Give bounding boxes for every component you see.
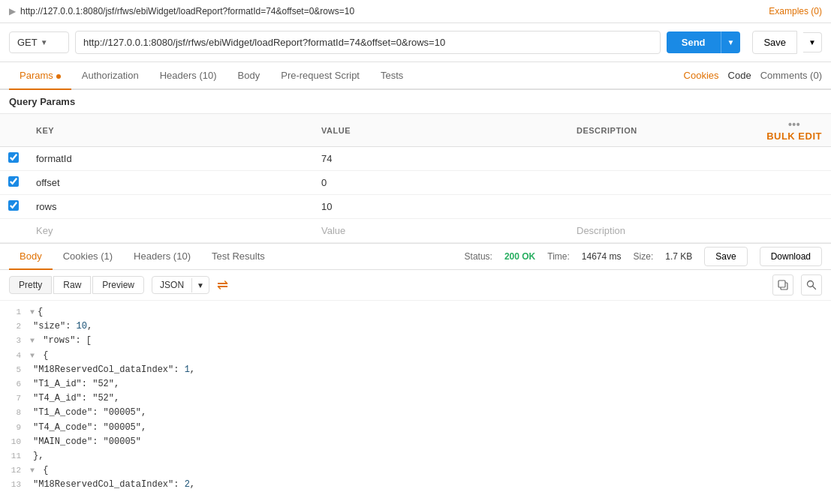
view-preview-button[interactable]: Preview (92, 276, 144, 294)
response-section: Body Cookies (1) Headers (10) Test Resul… (0, 243, 831, 488)
param-value-input[interactable] (318, 200, 562, 214)
time-value: 14674 ms (582, 251, 622, 262)
tab-body[interactable]: Body (227, 62, 271, 90)
code-line: 3 ▼ "rows": [ (0, 334, 831, 348)
line-number: 13 (6, 478, 30, 488)
param-key-input[interactable] (33, 176, 306, 190)
json-format-label[interactable]: JSON (152, 277, 191, 293)
svg-rect-1 (778, 280, 785, 287)
code-arrow-icon: ▼ (30, 308, 35, 316)
query-params-title: Query Params (0, 90, 831, 114)
request-tabs: Params Authorization Headers (10) Body P… (0, 62, 831, 90)
more-options-icon[interactable]: ••• (788, 118, 800, 130)
url-input[interactable] (75, 31, 661, 54)
table-row (0, 219, 831, 243)
code-line: 13 "M18ReservedCol_dataIndex": 2, (0, 478, 831, 488)
code-line: 5 "M18ReservedCol_dataIndex": 1, (0, 363, 831, 377)
param-key-input[interactable] (33, 200, 306, 214)
request-row: GET ▼ Send ▼ Save ▼ (0, 23, 831, 62)
tab-tests[interactable]: Tests (370, 62, 414, 90)
code-line: 6 "T1_A_id": "52", (0, 377, 831, 392)
method-label: GET (17, 37, 38, 48)
code-area: 1 ▼{ 2 "size": 10, 3 ▼ "rows": [ 4 ▼ { 5… (0, 301, 831, 488)
response-tab-body[interactable]: Body (9, 244, 53, 270)
param-value-input[interactable] (318, 176, 562, 190)
line-number: 5 (6, 363, 30, 377)
code-arrow-icon: ▼ (30, 466, 35, 475)
param-value-input[interactable] (318, 152, 562, 166)
line-content: ▼{ (30, 305, 825, 320)
col-header-value: VALUE (312, 114, 568, 147)
line-content: "MAIN_code": "00005" (30, 435, 825, 449)
col-header-key: KEY (27, 114, 312, 147)
param-description-input[interactable] (574, 176, 751, 190)
view-raw-button[interactable]: Raw (53, 276, 91, 294)
param-key-input[interactable] (33, 224, 306, 238)
save-button[interactable]: Save (752, 31, 797, 54)
code-link[interactable]: Code (728, 70, 751, 81)
param-description-cell (568, 195, 757, 219)
wrap-icon[interactable]: ⇌ (217, 277, 228, 293)
param-check-cell (0, 171, 27, 195)
save-dropdown-button[interactable]: ▼ (803, 32, 822, 52)
response-tabs-row: Body Cookies (1) Headers (10) Test Resul… (0, 244, 831, 270)
response-download-button[interactable]: Download (760, 247, 822, 266)
line-content: "T1_A_id": "52", (30, 377, 825, 392)
table-row (0, 147, 831, 171)
param-key-cell (27, 219, 312, 243)
param-value-input[interactable] (318, 224, 562, 238)
json-format-group: JSON ▼ (152, 276, 209, 294)
param-checkbox[interactable] (8, 176, 19, 187)
param-action-cell (757, 147, 831, 171)
param-action-cell (757, 195, 831, 219)
response-save-button[interactable]: Save (704, 247, 747, 266)
search-icon[interactable] (801, 274, 822, 296)
comments-link[interactable]: Comments (0) (760, 70, 822, 81)
status-value: 200 OK (504, 251, 535, 262)
method-select[interactable]: GET ▼ (9, 32, 69, 53)
param-key-cell (27, 147, 312, 171)
response-tabs-left: Body Cookies (1) Headers (10) Test Resul… (9, 244, 275, 269)
nav-arrow: ▶ (9, 6, 16, 16)
send-dropdown-button[interactable]: ▼ (721, 32, 741, 53)
view-pretty-button[interactable]: Pretty (9, 276, 52, 294)
code-line: 9 "T4_A_code": "00005", (0, 421, 831, 435)
param-value-cell (312, 147, 568, 171)
response-tab-cookies[interactable]: Cookies (1) (53, 244, 123, 270)
line-content: ▼ "rows": [ (30, 334, 825, 348)
line-content: ▼ { (30, 349, 825, 363)
col-header-description: DESCRIPTION (568, 114, 757, 147)
tab-headers[interactable]: Headers (10) (149, 62, 227, 90)
copy-icon[interactable] (772, 274, 793, 296)
param-checkbox[interactable] (8, 152, 19, 163)
send-button[interactable]: Send (667, 32, 721, 53)
line-number: 7 (6, 392, 30, 406)
cookies-link[interactable]: Cookies (684, 70, 719, 81)
param-check-cell (0, 219, 27, 243)
param-check-cell (0, 147, 27, 171)
tab-authorization[interactable]: Authorization (71, 62, 149, 90)
code-line: 2 "size": 10, (0, 320, 831, 334)
param-description-cell (568, 147, 757, 171)
response-tab-test-results[interactable]: Test Results (201, 244, 275, 270)
param-description-input[interactable] (574, 200, 751, 214)
param-checkbox[interactable] (8, 200, 19, 211)
code-line: 10 "MAIN_code": "00005" (0, 435, 831, 449)
tab-prerequest[interactable]: Pre-request Script (270, 62, 370, 90)
json-toolbar-left: Pretty Raw Preview JSON ▼ ⇌ (9, 276, 228, 294)
line-number: 4 (6, 349, 30, 363)
examples-link[interactable]: Examples (0) (769, 6, 822, 16)
param-description-input[interactable] (574, 152, 751, 166)
tab-params[interactable]: Params (9, 62, 71, 90)
size-label: Size: (634, 251, 654, 262)
param-description-input[interactable] (574, 224, 751, 238)
code-arrow-icon: ▼ (30, 337, 35, 345)
param-action-cell (757, 171, 831, 195)
method-chevron-icon: ▼ (41, 38, 48, 46)
bulk-edit-button[interactable]: Bulk Edit (766, 130, 822, 142)
line-content: "T1_A_code": "00005", (30, 406, 825, 420)
param-key-input[interactable] (33, 152, 306, 166)
response-tab-headers[interactable]: Headers (10) (123, 244, 201, 270)
line-content: "T4_A_id": "52", (30, 392, 825, 406)
json-format-chevron-icon[interactable]: ▼ (191, 278, 209, 292)
